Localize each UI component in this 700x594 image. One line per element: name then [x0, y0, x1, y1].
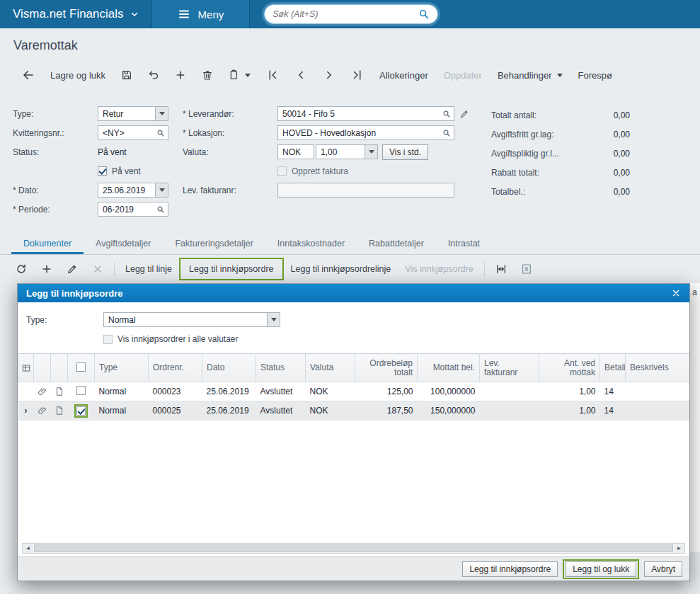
table-row-selected[interactable]: › Normal 000025 25.06.2019 Avsluttet NOK… [18, 401, 690, 421]
scroll-right-icon[interactable]: ► [674, 544, 684, 553]
total-row: Avgiftsfritt gr.lag: 0,00 [491, 125, 630, 144]
column-header[interactable]: Ordrenr. [149, 354, 202, 382]
lookup-icon[interactable] [440, 107, 454, 120]
go-first-button[interactable] [258, 64, 287, 86]
show-all-currencies-checkbox[interactable] [103, 335, 113, 344]
receipt-number-field[interactable]: <NY> [98, 125, 168, 140]
chevron-down-icon[interactable] [155, 183, 168, 197]
hold-checkbox[interactable] [98, 166, 107, 176]
tab-rabattdetaljer[interactable]: Rabattdetaljer [357, 234, 436, 254]
fit-to-screen-button[interactable] [488, 260, 514, 278]
scroll-left-icon[interactable]: ◄ [23, 544, 33, 553]
lookup-icon[interactable] [154, 202, 168, 216]
column-header[interactable]: Betali [600, 354, 626, 382]
refresh-icon [16, 263, 27, 275]
paperclip-icon[interactable] [38, 387, 47, 396]
chevron-down-icon[interactable] [365, 145, 377, 159]
notes-column-header[interactable] [51, 354, 68, 382]
undo-button[interactable] [140, 64, 167, 86]
total-value: 0,00 [583, 130, 630, 139]
row-select-checkbox[interactable] [76, 386, 86, 395]
currency-code-field[interactable]: NOK [277, 144, 314, 159]
tab-dokumenter[interactable]: Dokumenter [11, 234, 84, 254]
paperclip-icon[interactable] [38, 406, 47, 416]
lookup-icon[interactable] [440, 126, 454, 139]
add-po-footer-button[interactable]: Legg til innkjøpsordre [462, 561, 558, 577]
update-button[interactable]: Oppdater [436, 64, 490, 86]
cell-order-no: 000025 [149, 401, 202, 421]
grid-add-button[interactable] [34, 260, 59, 278]
actions-menu-button[interactable]: Behandlinger [490, 64, 570, 86]
refresh-button[interactable] [8, 260, 34, 278]
type-dropdown[interactable]: Retur [98, 106, 168, 121]
grid-delete-button[interactable] [85, 260, 110, 278]
cancel-button[interactable]: Avbryt [644, 561, 682, 577]
add-line-button[interactable]: Legg til linje [118, 260, 179, 278]
cell-date: 25.06.2019 [202, 401, 256, 421]
add-and-close-button[interactable]: Legg til og lukk [566, 561, 636, 577]
supplier-field[interactable]: 50014 - Fifo 5 [277, 106, 454, 121]
column-header[interactable]: Ordrebeløp totalt [355, 354, 418, 382]
po-type-dropdown[interactable]: Normal [103, 312, 280, 327]
tab-inntakskostnader[interactable]: Inntakskostnader [265, 234, 357, 254]
note-icon[interactable] [54, 406, 64, 416]
currency-rate-dropdown[interactable]: 1,00 [316, 144, 378, 159]
location-field[interactable]: HOVED - Hovedlokasjon [277, 125, 454, 140]
edit-supplier-icon[interactable] [459, 109, 469, 119]
create-invoice-checkbox[interactable] [277, 166, 287, 176]
go-last-button[interactable] [343, 64, 372, 86]
column-header[interactable]: Type [95, 354, 149, 382]
main-menu-button[interactable]: Meny [152, 0, 250, 28]
add-po-button[interactable]: Legg til innkjøpsordre [182, 260, 281, 278]
horizontal-scrollbar[interactable]: ◄ ► [22, 543, 685, 554]
back-button[interactable] [14, 64, 42, 86]
allocations-button[interactable]: Allokeringer [372, 64, 436, 86]
search-icon[interactable] [418, 8, 430, 20]
period-field[interactable]: 06-2019 [98, 202, 168, 217]
view-po-button[interactable]: Vis innkjøpsordre [398, 260, 480, 278]
topbar-divider [249, 0, 250, 28]
status-value: På vent [98, 147, 127, 157]
tab-faktureringsdetaljer[interactable]: Faktureringsdetaljer [163, 234, 265, 254]
tab-intrastat[interactable]: Intrastat [436, 234, 492, 254]
close-icon[interactable] [671, 288, 681, 298]
vendor-ref-field[interactable] [277, 183, 454, 198]
note-icon[interactable] [54, 387, 64, 396]
scrollbar-thumb[interactable] [34, 544, 673, 552]
column-header[interactable]: Dato [202, 354, 256, 382]
column-header[interactable]: Status [256, 354, 306, 382]
delete-button[interactable] [194, 64, 221, 86]
column-header[interactable]: Ant. ved mottak [539, 354, 600, 382]
table-header-row: Type Ordrenr. Dato Status Valuta Ordrebe… [18, 354, 690, 382]
date-picker[interactable]: 25.06.2019 [98, 183, 168, 198]
column-header[interactable]: Beskrivels [626, 354, 690, 382]
brand-menu[interactable]: Visma.net Financials [0, 0, 151, 28]
add-button[interactable] [167, 64, 194, 86]
go-prev-button[interactable] [287, 64, 315, 86]
select-all-checkbox[interactable] [68, 354, 95, 382]
export-excel-button[interactable] [514, 260, 539, 278]
type-label: Type: [13, 109, 98, 119]
attachments-column-header[interactable] [34, 354, 51, 382]
column-header[interactable]: Mottatt bel. [418, 354, 480, 382]
total-value: 0,00 [583, 168, 630, 178]
inquiries-menu-button[interactable]: Forespø [570, 64, 620, 86]
row-select-checkbox[interactable] [76, 406, 86, 416]
go-next-button[interactable] [315, 64, 343, 86]
save-button[interactable] [113, 64, 140, 86]
save-and-close-button[interactable]: Lagre og lukk [42, 64, 113, 86]
column-header[interactable]: Valuta [306, 354, 355, 382]
tab-avgiftsdetaljer[interactable]: Avgiftsdetaljer [84, 234, 163, 254]
lookup-icon[interactable] [154, 126, 168, 139]
chevron-down-icon[interactable] [267, 313, 280, 326]
grid-edit-button[interactable] [59, 260, 85, 278]
dialog-title-bar[interactable]: Legg til innkjøpsordre [18, 284, 689, 302]
grid-settings-icon[interactable] [18, 354, 34, 382]
table-row[interactable]: Normal 000023 25.06.2019 Avsluttet NOK 1… [18, 382, 690, 401]
search-input[interactable] [272, 9, 418, 19]
chevron-down-icon[interactable] [155, 107, 168, 120]
view-base-currency-button[interactable]: Vis i std. [382, 144, 428, 160]
column-header[interactable]: Lev. fakturanr [480, 354, 539, 382]
add-po-line-button[interactable]: Legg til innkjøpsordrelinje [284, 260, 398, 278]
clipboard-menu-button[interactable] [221, 64, 258, 86]
